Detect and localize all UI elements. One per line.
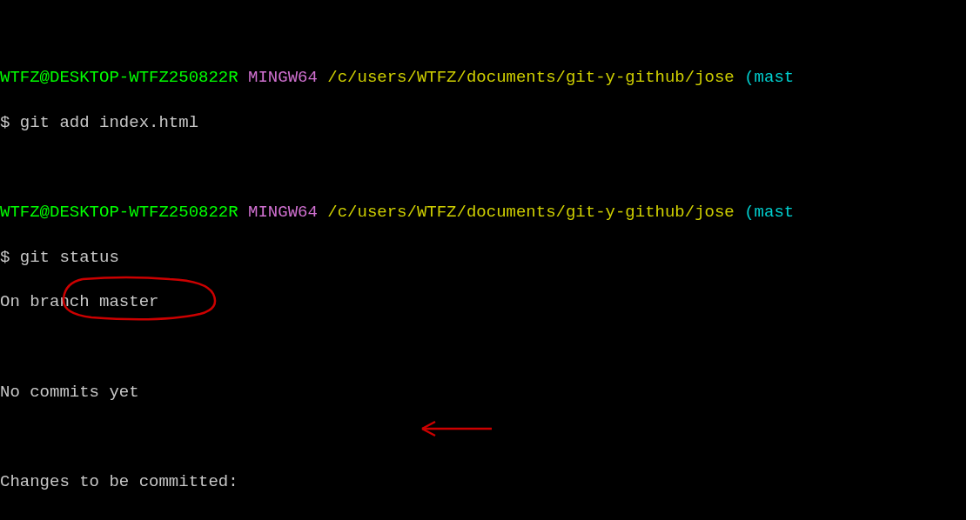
terminal-output[interactable]: WTFZ@DESKTOP-WTFZ250822R MINGW64 /c/user… xyxy=(0,0,966,520)
command-line-status: $ git status xyxy=(0,247,966,270)
output-no-commits: No commits yet xyxy=(0,382,966,404)
user-host: WTFZ@DESKTOP-WTFZ250822R xyxy=(0,203,238,222)
branch-label: (mast xyxy=(744,68,794,87)
cmd-add: git add index.html xyxy=(20,113,198,132)
output-on-branch: On branch master xyxy=(0,291,966,314)
output-unstage-hint: (use "git rm --cached <file>..." to unst… xyxy=(0,517,966,520)
blank-line xyxy=(0,23,966,45)
dollar-prompt: $ xyxy=(0,113,10,132)
blank-line xyxy=(0,157,966,180)
blank-line xyxy=(0,426,966,449)
cmd-status: git status xyxy=(20,248,119,267)
dollar-prompt: $ xyxy=(0,248,10,267)
output-changes-header: Changes to be committed: xyxy=(0,471,966,494)
prompt-line-2: WTFZ@DESKTOP-WTFZ250822R MINGW64 /c/user… xyxy=(0,202,966,224)
prompt-line-1: WTFZ@DESKTOP-WTFZ250822R MINGW64 /c/user… xyxy=(0,67,966,90)
cwd-path: /c/users/WTFZ/documents/git-y-github/jos… xyxy=(327,68,734,87)
blank-line xyxy=(0,337,966,359)
user-host: WTFZ@DESKTOP-WTFZ250822R xyxy=(0,68,238,87)
env-label: MINGW64 xyxy=(248,68,318,87)
cwd-path: /c/users/WTFZ/documents/git-y-github/jos… xyxy=(327,203,734,222)
branch-label: (mast xyxy=(744,203,794,222)
command-line-add: $ git add index.html xyxy=(0,112,966,135)
env-label: MINGW64 xyxy=(248,203,318,222)
